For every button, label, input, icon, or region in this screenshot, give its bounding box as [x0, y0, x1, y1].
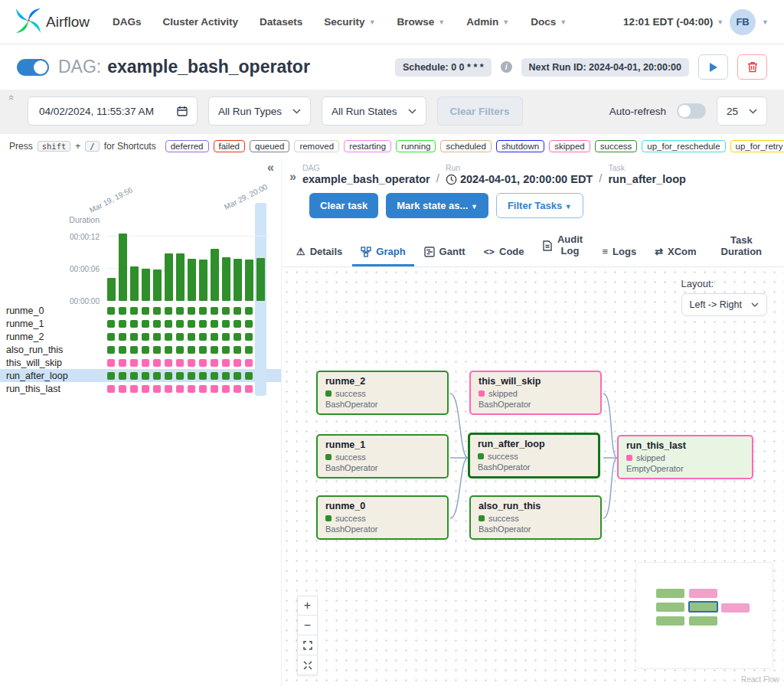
schedule-badge[interactable]: Schedule: 0 0 * * *: [395, 58, 492, 77]
clear-task-button[interactable]: Clear task: [309, 193, 378, 218]
task-instance-square[interactable]: [119, 346, 126, 354]
task-instance-square[interactable]: [211, 346, 218, 354]
duration-bar[interactable]: [107, 278, 116, 301]
duration-bar[interactable]: [256, 258, 265, 301]
task-instance-square[interactable]: [176, 385, 184, 393]
info-icon[interactable]: i: [501, 61, 512, 73]
task-instance-square[interactable]: [107, 359, 115, 367]
status-chip-running[interactable]: running: [396, 140, 436, 152]
run-states-select[interactable]: All Run States: [322, 96, 426, 126]
task-instance-square[interactable]: [222, 307, 230, 315]
status-chip-scheduled[interactable]: scheduled: [440, 140, 491, 152]
filter-tasks-button[interactable]: Filter Tasks ▼: [496, 193, 583, 218]
grid-row-runme_1[interactable]: runme_1: [0, 317, 281, 330]
nav-dags[interactable]: DAGs: [113, 16, 142, 28]
tab-code[interactable]: <> Code: [475, 239, 533, 266]
task-instance-square[interactable]: [130, 346, 138, 354]
duration-bar[interactable]: [222, 257, 230, 301]
trigger-dag-button[interactable]: [698, 54, 728, 80]
graph-node-also_run_this[interactable]: also_run_this success BashOperator: [469, 495, 602, 540]
collapse-filters-icon[interactable]: «: [6, 95, 18, 100]
airflow-brand[interactable]: Airflow: [15, 8, 90, 37]
task-instance-square[interactable]: [245, 372, 253, 380]
tab-logs[interactable]: ≡ Logs: [594, 239, 645, 266]
task-instance-square[interactable]: [119, 307, 126, 315]
grid-row-also_run_this[interactable]: also_run_this: [0, 343, 281, 356]
graph-node-runme_2[interactable]: runme_2 success BashOperator: [316, 371, 449, 415]
task-name-label[interactable]: also_run_this: [0, 345, 107, 355]
task-instance-square[interactable]: [234, 346, 241, 354]
task-instance-square[interactable]: [222, 359, 230, 367]
grid-row-runme_0[interactable]: runme_0: [0, 304, 281, 317]
grid-row-run_after_loop[interactable]: run_after_loop: [0, 369, 281, 382]
duration-bar[interactable]: [245, 260, 253, 301]
task-instance-square[interactable]: [165, 307, 172, 315]
task-instance-square[interactable]: [142, 320, 149, 328]
task-instance-square[interactable]: [176, 320, 184, 328]
task-instance-square[interactable]: [199, 372, 207, 380]
task-instance-square[interactable]: [107, 346, 115, 354]
duration-bar[interactable]: [153, 270, 162, 301]
task-instance-square[interactable]: [165, 385, 172, 393]
task-instance-square[interactable]: [245, 320, 253, 328]
task-instance-square[interactable]: [176, 372, 184, 380]
expand-panel-icon[interactable]: »: [289, 170, 296, 184]
tab-details[interactable]: ⚠ Details: [288, 239, 351, 266]
task-instance-square[interactable]: [165, 346, 172, 354]
task-instance-square[interactable]: [245, 333, 253, 341]
task-instance-square[interactable]: [188, 320, 195, 328]
task-instance-square[interactable]: [119, 385, 126, 393]
base-date-field[interactable]: [28, 96, 198, 126]
task-name-label[interactable]: run_this_last: [0, 384, 107, 394]
status-chip-restarting[interactable]: restarting: [344, 140, 391, 152]
task-instance-square[interactable]: [211, 372, 218, 380]
task-instance-square[interactable]: [153, 385, 161, 393]
nav-cluster-activity[interactable]: Cluster Activity: [163, 16, 239, 28]
page-size-select[interactable]: 25: [717, 96, 767, 126]
task-name-label[interactable]: runme_0: [0, 305, 107, 316]
dag-pause-toggle[interactable]: [17, 59, 49, 76]
task-instance-square[interactable]: [222, 346, 230, 354]
status-chip-failed[interactable]: failed: [214, 140, 246, 152]
task-instance-square[interactable]: [222, 333, 230, 341]
user-avatar[interactable]: FB: [730, 9, 756, 35]
task-instance-square[interactable]: [199, 320, 207, 328]
status-chip-queued[interactable]: queued: [250, 140, 289, 152]
task-instance-square[interactable]: [153, 333, 161, 341]
status-chip-up_for_reschedule[interactable]: up_for_reschedule: [642, 140, 725, 152]
status-chip-removed[interactable]: removed: [294, 140, 339, 152]
task-instance-square[interactable]: [119, 333, 126, 341]
task-instance-square[interactable]: [107, 307, 115, 315]
task-instance-square[interactable]: [142, 333, 149, 341]
task-instance-square[interactable]: [153, 372, 161, 380]
task-instance-square[interactable]: [199, 307, 207, 315]
fit-view-button[interactable]: [297, 635, 318, 655]
task-instance-square[interactable]: [107, 372, 115, 380]
task-instance-square[interactable]: [211, 307, 218, 315]
task-name-label[interactable]: run_after_loop: [0, 371, 107, 381]
clear-filters-button[interactable]: Clear Filters: [437, 96, 523, 126]
task-instance-square[interactable]: [222, 372, 230, 380]
task-instance-square[interactable]: [234, 307, 241, 315]
task-instance-square[interactable]: [211, 385, 218, 393]
zoom-in-button[interactable]: +: [297, 596, 318, 616]
task-instance-square[interactable]: [130, 333, 138, 341]
grid-row-run_this_last[interactable]: run_this_last: [0, 382, 281, 395]
task-instance-square[interactable]: [153, 320, 161, 328]
task-instance-square[interactable]: [165, 372, 172, 380]
task-instance-square[interactable]: [188, 359, 195, 367]
task-instance-square[interactable]: [153, 359, 161, 367]
duration-bar[interactable]: [234, 259, 242, 301]
clock-menu[interactable]: 12:01 EDT (-04:00)▼: [623, 16, 724, 28]
task-instance-square[interactable]: [188, 307, 195, 315]
task-instance-square[interactable]: [176, 307, 184, 315]
task-instance-square[interactable]: [199, 333, 207, 341]
task-instance-square[interactable]: [142, 372, 149, 380]
task-instance-square[interactable]: [130, 359, 138, 367]
task-instance-square[interactable]: [119, 372, 126, 380]
status-chip-success[interactable]: success: [595, 140, 638, 152]
nav-datasets[interactable]: Datasets: [260, 16, 302, 28]
status-chip-deferred[interactable]: deferred: [165, 140, 209, 152]
task-instance-square[interactable]: [234, 320, 241, 328]
task-name-label[interactable]: runme_1: [0, 318, 107, 329]
